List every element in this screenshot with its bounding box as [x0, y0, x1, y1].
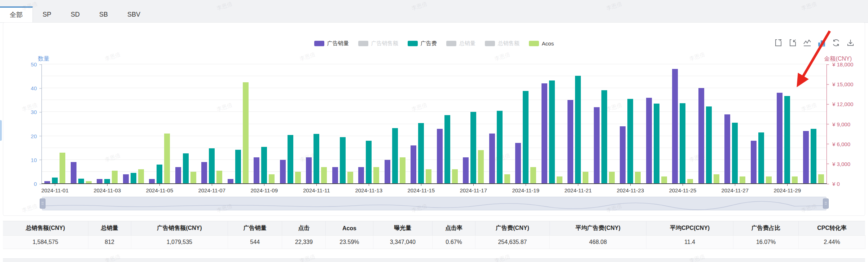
bar-广告费[interactable]: [288, 135, 293, 184]
bar-广告销量[interactable]: [646, 98, 652, 184]
bar-Acos[interactable]: [216, 171, 222, 184]
bar-group-2024-11-10[interactable]: [277, 64, 304, 184]
bar-广告费[interactable]: [575, 76, 581, 184]
bar-广告销量[interactable]: [437, 129, 443, 184]
line-chart-icon[interactable]: [803, 39, 811, 47]
bar-广告销量[interactable]: [594, 107, 600, 184]
bar-广告销量[interactable]: [803, 131, 809, 184]
legend-item-总销售额[interactable]: 总销售额: [485, 40, 520, 47]
tab-SBV[interactable]: SBV: [118, 7, 150, 22]
bar-广告费[interactable]: [314, 134, 319, 184]
bar-Acos[interactable]: [766, 176, 772, 184]
bar-广告销量[interactable]: [71, 162, 76, 184]
legend-item-Acos[interactable]: Acos: [529, 40, 554, 47]
tab-SD[interactable]: SD: [61, 7, 89, 22]
bar-广告费[interactable]: [261, 147, 267, 184]
bar-group-2024-11-01[interactable]: [42, 64, 68, 184]
bar-广告费[interactable]: [183, 153, 189, 184]
bar-Acos[interactable]: [243, 82, 249, 184]
bar-广告销量[interactable]: [724, 114, 730, 184]
bar-广告销量[interactable]: [254, 157, 259, 184]
bar-Acos[interactable]: [792, 176, 798, 184]
tab-SB[interactable]: SB: [89, 7, 118, 22]
bar-广告销量[interactable]: [672, 69, 678, 184]
bar-group-2024-11-26[interactable]: [696, 64, 722, 184]
bar-group-2024-11-12[interactable]: [330, 64, 356, 184]
bar-Acos[interactable]: [661, 176, 667, 184]
bar-Acos[interactable]: [400, 157, 405, 184]
bar-group-2024-11-28[interactable]: [748, 64, 775, 184]
bar-Acos[interactable]: [190, 172, 196, 184]
bar-广告销量[interactable]: [411, 145, 416, 184]
bar-广告销量[interactable]: [567, 100, 573, 184]
bar-广告费[interactable]: [366, 141, 372, 184]
tab-SP[interactable]: SP: [33, 7, 61, 22]
bar-Acos[interactable]: [60, 153, 65, 184]
bar-Acos[interactable]: [373, 167, 379, 184]
bar-group-2024-11-21[interactable]: [565, 64, 591, 184]
bar-广告销量[interactable]: [332, 167, 338, 184]
bar-广告费[interactable]: [209, 148, 215, 184]
bar-广告费[interactable]: [523, 91, 529, 184]
bar-广告费[interactable]: [470, 112, 476, 184]
bar-广告费[interactable]: [758, 132, 764, 184]
bar-广告销量[interactable]: [620, 126, 626, 184]
bar-group-2024-11-14[interactable]: [382, 64, 408, 184]
bar-group-2024-11-29[interactable]: [774, 64, 801, 184]
bar-广告费[interactable]: [444, 115, 450, 184]
bar-group-2024-11-24[interactable]: [644, 64, 670, 184]
bar-Acos[interactable]: [452, 169, 458, 184]
bar-group-2024-11-07[interactable]: [199, 64, 225, 184]
bar-广告费[interactable]: [418, 123, 424, 184]
bar-广告销量[interactable]: [228, 179, 233, 184]
bar-广告销量[interactable]: [489, 134, 495, 184]
bar-Acos[interactable]: [269, 174, 275, 184]
bar-广告费[interactable]: [680, 103, 685, 184]
bar-广告费[interactable]: [52, 178, 58, 184]
bar-Acos[interactable]: [426, 169, 431, 184]
bar-Acos[interactable]: [740, 176, 745, 184]
bar-广告费[interactable]: [497, 111, 503, 184]
bar-group-2024-11-09[interactable]: [251, 64, 277, 184]
bar-广告费[interactable]: [78, 179, 84, 184]
bar-group-2024-11-15[interactable]: [408, 64, 434, 184]
bar-group-2024-11-04[interactable]: [120, 64, 147, 184]
bar-广告费[interactable]: [784, 96, 790, 184]
bar-Acos[interactable]: [347, 172, 353, 184]
bar-Acos[interactable]: [504, 174, 510, 184]
bar-Acos[interactable]: [609, 172, 615, 184]
bar-广告销量[interactable]: [149, 179, 155, 184]
bar-广告费[interactable]: [157, 165, 162, 184]
bar-Acos[interactable]: [295, 172, 301, 184]
download-icon[interactable]: [846, 39, 855, 47]
bar-广告费[interactable]: [549, 80, 555, 184]
bar-广告销量[interactable]: [463, 157, 469, 184]
bar-group-2024-11-23[interactable]: [617, 64, 644, 184]
bar-Acos[interactable]: [321, 167, 327, 184]
bar-广告费[interactable]: [811, 129, 816, 184]
bar-广告销量[interactable]: [542, 83, 547, 184]
bar-Acos[interactable]: [112, 171, 118, 184]
bar-广告费[interactable]: [392, 128, 398, 184]
bar-广告销量[interactable]: [201, 162, 207, 184]
bar-广告销量[interactable]: [175, 167, 181, 184]
bar-Acos[interactable]: [714, 174, 719, 184]
bar-广告费[interactable]: [627, 99, 633, 184]
bar-广告销量[interactable]: [515, 143, 521, 184]
scroll-indicator[interactable]: [0, 120, 2, 141]
bar-广告销量[interactable]: [123, 174, 129, 184]
bar-Acos[interactable]: [478, 150, 484, 184]
bar-group-2024-11-05[interactable]: [146, 64, 173, 184]
bar-group-2024-11-17[interactable]: [460, 64, 487, 184]
bar-group-2024-11-06[interactable]: [173, 64, 199, 184]
bar-chart-icon[interactable]: [817, 39, 826, 47]
bar-Acos[interactable]: [164, 134, 170, 184]
bar-group-2024-11-11[interactable]: [303, 64, 330, 184]
bar-group-2024-11-30[interactable]: [801, 64, 827, 184]
datazoom-left-handle[interactable]: [40, 198, 45, 209]
legend-item-广告销量[interactable]: 广告销量: [314, 40, 349, 47]
zoom-reset-icon[interactable]: [789, 39, 797, 47]
tab-全部[interactable]: 全部: [0, 6, 33, 22]
bar-group-2024-11-18[interactable]: [487, 64, 513, 184]
bar-广告费[interactable]: [340, 137, 346, 184]
